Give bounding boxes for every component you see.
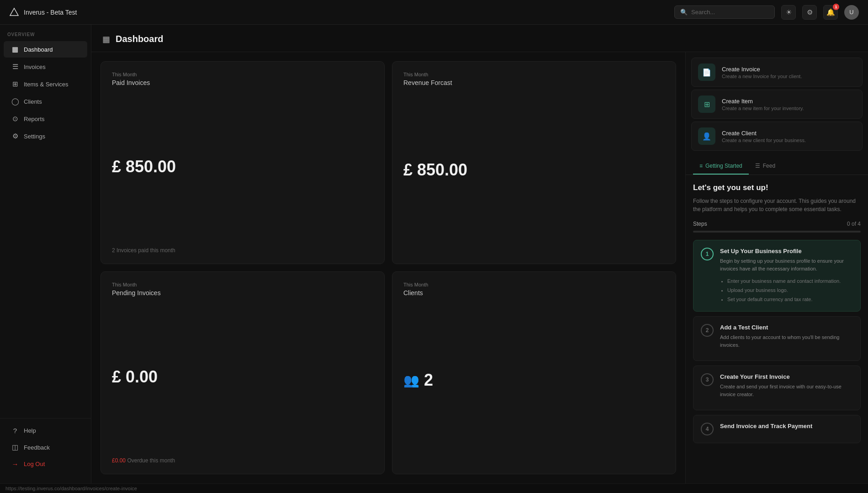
stats-cards-area: This Month Paid Invoices £ 850.00 2 Invo… [91, 52, 685, 483]
sidebar-item-label-clients: Clients [24, 98, 42, 105]
sidebar-bottom: ? Help ◫ Feedback → Log Out [0, 418, 91, 476]
step-4-title: Send Invoice and Track Payment [720, 423, 812, 429]
sidebar-item-label-logout: Log Out [24, 461, 45, 467]
sidebar-item-label-invoices: Invoices [24, 64, 46, 70]
getting-started-content: Let's get you set up! Follow the steps t… [686, 175, 868, 483]
pending-value: £ 0.00 [112, 367, 373, 387]
search-placeholder: Search... [691, 9, 715, 16]
sidebar-item-feedback[interactable]: ◫ Feedback [4, 439, 87, 456]
create-invoice-icon: 📄 [698, 64, 715, 81]
sidebar-item-help[interactable]: ? Help [4, 423, 87, 439]
step-item-2[interactable]: 2 Add a Test Client Add clients to your … [693, 316, 861, 361]
stat-card-pending-invoices: This Month Pending Invoices £ 0.00 £0.00… [101, 271, 385, 474]
create-invoice-button[interactable]: 📄 Create Invoice Create a new Invoice fo… [691, 58, 863, 87]
step-3-content: Create Your First Invoice Create and sen… [720, 373, 853, 403]
create-item-subtitle: Create a new item for your inventory. [722, 106, 804, 111]
pending-title: Pending Invoices [112, 289, 373, 297]
reports-icon: ⊙ [11, 115, 19, 123]
feedback-icon: ◫ [11, 443, 19, 451]
pending-period: This Month [112, 282, 373, 287]
step-number-2: 2 [701, 324, 714, 337]
create-client-text: Create Client Create a new client for yo… [722, 130, 806, 143]
app-logo-icon [9, 7, 19, 17]
search-icon: 🔍 [680, 9, 688, 16]
theme-toggle-button[interactable]: ☀ [781, 5, 796, 20]
create-invoice-subtitle: Create a new Invoice for your client. [722, 74, 802, 79]
topbar-right: 🔍 Search... ☀ ⚙ 🔔 1 U [674, 5, 859, 20]
main-layout: Overview ▦ Dashboard ☰ Invoices ⊞ Items … [0, 25, 868, 483]
revenue-value: £ 850.00 [403, 160, 665, 180]
items-icon: ⊞ [11, 80, 19, 88]
sidebar-item-reports[interactable]: ⊙ Reports [4, 111, 87, 127]
theme-icon: ☀ [786, 8, 792, 16]
sidebar-item-label-help: Help [24, 427, 36, 434]
sidebar-item-items-services[interactable]: ⊞ Items & Services [4, 76, 87, 92]
tab-getting-started[interactable]: ≡ Getting Started [693, 158, 749, 175]
step-2-subtitle: Add clients to your account to whom you'… [720, 334, 853, 349]
sidebar-section-overview: Overview [0, 32, 91, 41]
search-bar[interactable]: 🔍 Search... [674, 5, 775, 19]
sidebar: Overview ▦ Dashboard ☰ Invoices ⊞ Items … [0, 25, 91, 483]
avatar-initials: U [849, 9, 853, 16]
notifications-button[interactable]: 🔔 1 [823, 5, 838, 20]
pending-footer: £0.00 Overdue this month [112, 457, 373, 464]
settings-button[interactable]: ⚙ [802, 5, 817, 20]
url-text: https://testing.inverus.co/dashboard/inv… [5, 486, 137, 491]
sidebar-item-label-feedback: Feedback [24, 444, 50, 451]
create-client-button[interactable]: 👤 Create Client Create a new client for … [691, 122, 863, 151]
avatar[interactable]: U [844, 5, 859, 20]
step-1-bullet-1: Enter your business name and contact inf… [727, 277, 853, 286]
clients-period: This Month [403, 282, 665, 287]
page-header: ▦ Dashboard [91, 25, 868, 52]
step-number-1: 1 [701, 248, 714, 260]
create-item-title: Create Item [722, 98, 804, 105]
sidebar-item-dashboard[interactable]: ▦ Dashboard [4, 41, 87, 58]
feed-tab-icon: ☰ [755, 163, 760, 169]
sidebar-item-settings[interactable]: ⚙ Settings [4, 128, 87, 144]
content-area: ▦ Dashboard This Month Paid Invoices £ 8… [91, 25, 868, 483]
url-bar: https://testing.inverus.co/dashboard/inv… [0, 483, 868, 493]
settings-icon: ⚙ [11, 132, 19, 140]
step-1-bullets: Enter your business name and contact inf… [720, 277, 853, 304]
step-item-1[interactable]: 1 Set Up Your Business Profile Begin by … [693, 240, 861, 312]
sidebar-item-clients[interactable]: ◯ Clients [4, 93, 87, 110]
getting-started-tab-label: Getting Started [705, 163, 742, 169]
create-client-icon: 👤 [698, 127, 715, 145]
step-1-subtitle: Begin by setting up your business profil… [720, 257, 853, 272]
step-4-content: Send Invoice and Track Payment [720, 423, 812, 435]
paid-invoices-footer-text: 2 Invoices paid this month [112, 247, 175, 254]
sidebar-item-label-dashboard: Dashboard [24, 46, 53, 53]
topbar-left: Inverus - Beta Test [9, 7, 77, 17]
stat-card-revenue-forecast: This Month Revenue Forcast £ 850.00 [392, 61, 676, 264]
logout-icon: → [11, 460, 19, 468]
step-2-content: Add a Test Client Add clients to your ac… [720, 324, 853, 353]
sidebar-item-invoices[interactable]: ☰ Invoices [4, 58, 87, 75]
help-icon: ? [11, 427, 19, 435]
create-item-icon: ⊞ [698, 95, 715, 113]
tab-feed[interactable]: ☰ Feed [749, 158, 782, 175]
feed-tab-label: Feed [763, 163, 775, 169]
steps-header: Steps 0 of 4 [693, 221, 861, 227]
create-item-button[interactable]: ⊞ Create Item Create a new item for your… [691, 90, 863, 119]
step-item-4[interactable]: 4 Send Invoice and Track Payment [693, 415, 861, 443]
dashboard-icon: ▦ [11, 45, 19, 53]
step-number-3: 3 [701, 373, 714, 386]
create-invoice-text: Create Invoice Create a new Invoice for … [722, 66, 802, 79]
paid-invoices-period: This Month [112, 72, 373, 77]
create-item-text: Create Item Create a new item for your i… [722, 98, 804, 111]
app-title: Inverus - Beta Test [24, 9, 77, 16]
sidebar-item-logout[interactable]: → Log Out [4, 456, 87, 472]
create-client-title: Create Client [722, 130, 806, 137]
page-title: Dashboard [116, 34, 163, 44]
getting-started-subtitle: Follow the steps to configure your accou… [693, 197, 861, 213]
clients-value: 2 [424, 371, 433, 390]
step-number-4: 4 [701, 423, 714, 435]
gear-icon: ⚙ [807, 8, 813, 16]
step-item-3[interactable]: 3 Create Your First Invoice Create and s… [693, 366, 861, 410]
step-2-title: Add a Test Client [720, 324, 853, 331]
getting-started-title: Let's get you set up! [693, 183, 861, 192]
step-1-bullet-2: Upload your business logo. [727, 286, 853, 295]
topbar: Inverus - Beta Test 🔍 Search... ☀ ⚙ 🔔 1 … [0, 0, 868, 25]
overdue-amount: £0.00 [112, 457, 126, 464]
sidebar-item-label-reports: Reports [24, 116, 45, 122]
